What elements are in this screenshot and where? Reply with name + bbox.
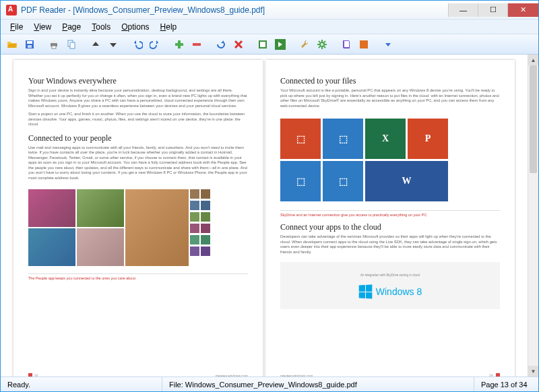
caption: The People app keeps you connected to th… <box>28 273 248 280</box>
refresh-icon[interactable] <box>214 37 228 52</box>
titlebar: PDF Reader - [Windows_Consumer_Preview_W… <box>1 1 538 20</box>
up-arrow-icon[interactable] <box>88 37 103 52</box>
heading: Connected to your people <box>28 133 248 143</box>
minimize-button[interactable]: — <box>448 3 478 17</box>
footer-site: preview.windows.com <box>280 374 313 377</box>
svg-rect-10 <box>193 43 201 46</box>
menu-file[interactable]: File <box>5 21 28 33</box>
caption: SkyDrive and an Internet connection give… <box>280 210 500 217</box>
gear-icon[interactable] <box>315 37 329 52</box>
body-text: Sign in and your device is instantly ali… <box>28 88 248 108</box>
cloud-illustration: An integration with SkyDrive storing in … <box>280 262 500 309</box>
svg-point-14 <box>320 42 324 46</box>
brand-text: Windows 8 <box>376 286 422 297</box>
page-footer: 22 preview.windows.com <box>28 373 248 377</box>
body-text: Start a project on one PC, and finish it… <box>28 112 248 127</box>
page-spread: Your Windows everywhere Sign in and your… <box>6 60 522 377</box>
menubar: File View Page Tools Options Help <box>1 20 538 34</box>
delete-icon[interactable] <box>231 37 246 52</box>
svg-rect-1 <box>27 41 32 44</box>
pdf-page-left: Your Windows everywhere Sign in and your… <box>13 60 263 377</box>
people-photo-grid <box>28 189 248 266</box>
print-icon[interactable] <box>46 37 61 52</box>
scroll-thumb[interactable] <box>530 65 537 173</box>
dropdown-icon[interactable] <box>381 37 395 52</box>
page-view[interactable]: Your Windows everywhere Sign in and your… <box>1 55 528 377</box>
down-arrow-icon[interactable] <box>106 37 121 52</box>
stop-icon[interactable] <box>356 37 371 52</box>
menu-page[interactable]: Page <box>57 21 86 33</box>
heading: Connected to your files <box>280 76 500 86</box>
body-text: Developers can take advantage of the ser… <box>280 234 500 255</box>
svg-rect-2 <box>28 45 32 48</box>
menu-help[interactable]: Help <box>155 21 183 33</box>
maximize-button[interactable]: ☐ <box>478 3 507 17</box>
heading: Your Windows everywhere <box>28 76 248 86</box>
menu-options[interactable]: Options <box>116 21 154 33</box>
vertical-scrollbar[interactable]: ▲ ▼ <box>528 55 538 377</box>
redo-icon[interactable] <box>148 37 162 52</box>
svg-rect-7 <box>70 42 75 48</box>
page-footer: preview.windows.com 23 <box>280 373 500 377</box>
window-controls: — ☐ ✕ <box>448 3 538 17</box>
save-icon[interactable] <box>22 37 37 52</box>
document-viewport: Your Windows everywhere Sign in and your… <box>1 55 538 377</box>
menu-view[interactable]: View <box>28 21 57 33</box>
svg-rect-12 <box>260 42 265 47</box>
body-text: Use mail and messaging apps to communica… <box>28 145 248 181</box>
pdf-page-right: Connected to your files Your Microsoft a… <box>265 60 515 377</box>
skydrive-tiles: ⬚ ⬚ X P ⬚ ⬚ W <box>280 119 500 201</box>
status-ready: Ready. <box>1 377 162 391</box>
footer-site: preview.windows.com <box>216 374 248 377</box>
remove-icon[interactable] <box>189 37 204 52</box>
cloud-caption: An integration with SkyDrive storing in … <box>360 273 420 277</box>
close-button[interactable]: ✕ <box>507 3 538 17</box>
window-title: PDF Reader - [Windows_Consumer_Preview_W… <box>21 5 448 15</box>
scroll-up-icon[interactable]: ▲ <box>528 55 538 65</box>
svg-rect-15 <box>344 41 349 47</box>
fit-page-icon[interactable] <box>255 37 270 52</box>
svg-rect-16 <box>360 40 368 48</box>
status-file: File: Windows_Consumer_Preview_Windows8_… <box>162 377 474 391</box>
body-text: Your Microsoft account is like a portabl… <box>280 88 500 108</box>
svg-rect-4 <box>52 40 56 43</box>
menu-tools[interactable]: Tools <box>86 21 116 33</box>
windows8-logo: Windows 8 <box>358 285 422 298</box>
undo-icon[interactable] <box>130 37 145 52</box>
statusbar: Ready. File: Windows_Consumer_Preview_Wi… <box>1 377 538 391</box>
page-number: 22 <box>34 374 38 377</box>
scroll-down-icon[interactable]: ▼ <box>528 366 538 377</box>
copy-icon[interactable] <box>64 37 79 52</box>
wrench-icon[interactable] <box>297 37 312 52</box>
toolbar <box>1 34 538 55</box>
add-icon[interactable] <box>172 37 187 52</box>
svg-rect-9 <box>175 43 183 46</box>
go-icon[interactable] <box>273 37 288 52</box>
heading: Connect your apps to the cloud <box>280 222 500 232</box>
app-icon <box>6 5 17 15</box>
page-number: 23 <box>489 374 493 377</box>
open-icon[interactable] <box>5 37 20 52</box>
status-page: Page 13 of 34 <box>474 377 538 391</box>
svg-rect-5 <box>52 46 56 48</box>
book-icon[interactable] <box>339 37 354 52</box>
